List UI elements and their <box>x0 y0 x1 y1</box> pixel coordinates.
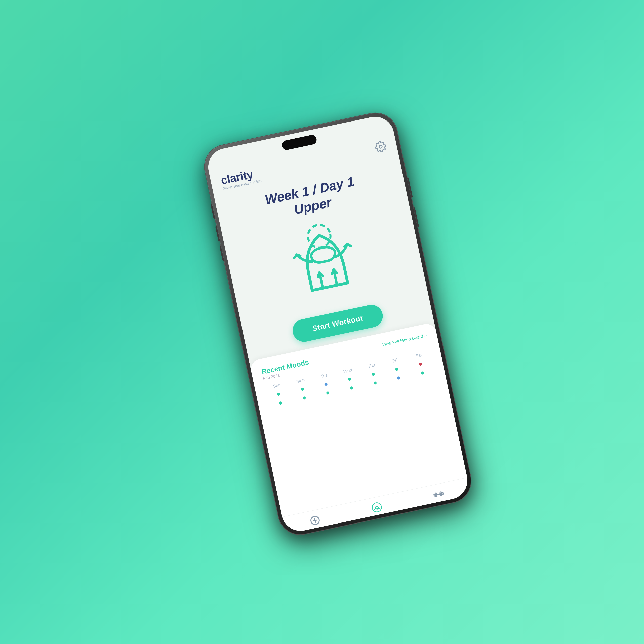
nav-item-workout[interactable] <box>427 487 449 502</box>
upper-body-icon <box>277 215 373 311</box>
home-icon <box>309 514 322 527</box>
svg-line-10 <box>437 494 440 495</box>
nav-item-home[interactable] <box>304 513 326 528</box>
phone-screen: clarity Power your mind and lifts. Week … <box>205 113 471 534</box>
settings-icon[interactable] <box>374 140 388 154</box>
app-content: clarity Power your mind and lifts. Week … <box>205 113 471 534</box>
svg-point-0 <box>379 145 382 148</box>
nav-item-activity[interactable] <box>366 500 388 515</box>
dumbbell-icon <box>432 488 445 501</box>
phone-wrapper: clarity Power your mind and lifts. Week … <box>200 109 475 539</box>
activity-icon <box>370 501 383 514</box>
view-mood-board-link[interactable]: View Full Mood Board > <box>382 333 427 347</box>
svg-point-5 <box>371 502 382 513</box>
